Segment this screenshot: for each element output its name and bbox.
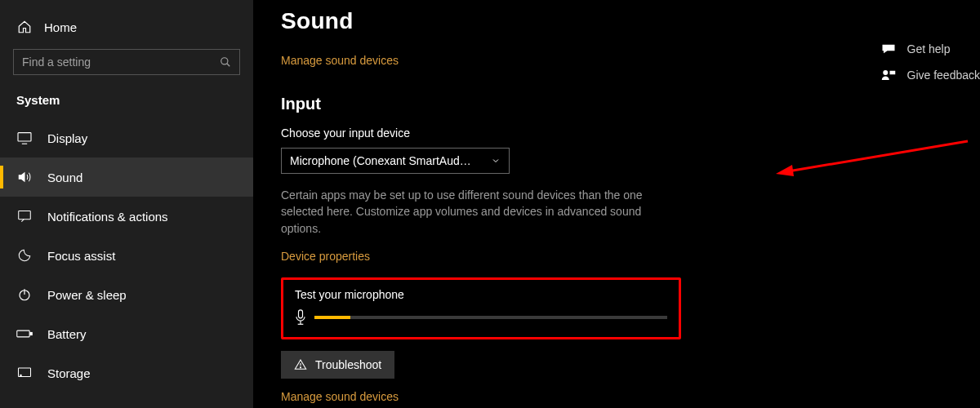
- sidebar-item-focus-assist[interactable]: Focus assist: [0, 236, 253, 275]
- device-properties-link[interactable]: Device properties: [281, 250, 980, 263]
- sidebar-item-label: Storage: [47, 366, 91, 380]
- home-icon: [16, 20, 33, 34]
- give-feedback-label: Give feedback: [907, 69, 981, 82]
- svg-point-0: [221, 58, 228, 64]
- sidebar-item-label: Display: [47, 131, 87, 145]
- sidebar-item-notifications[interactable]: Notifications & actions: [0, 197, 253, 236]
- troubleshoot-label: Troubleshoot: [315, 358, 381, 371]
- microphone-icon: [295, 309, 306, 326]
- choose-input-label: Choose your input device: [281, 126, 980, 140]
- search-placeholder: Find a setting: [22, 55, 220, 69]
- sidebar-section-label: System: [0, 90, 253, 118]
- microphone-level-bar: [314, 316, 667, 319]
- input-info-text: Certain apps may be set up to use differ…: [281, 187, 648, 237]
- svg-line-18: [788, 141, 968, 171]
- input-section-heading: Input: [281, 95, 980, 113]
- power-icon: [16, 287, 33, 302]
- svg-point-15: [300, 367, 301, 368]
- battery-icon: [16, 328, 33, 339]
- troubleshoot-button[interactable]: Troubleshoot: [281, 351, 394, 379]
- svg-rect-17: [889, 71, 895, 75]
- search-input[interactable]: Find a setting: [13, 49, 240, 75]
- sidebar-item-label: Focus assist: [47, 249, 115, 263]
- help-icon: [881, 43, 896, 55]
- give-feedback-link[interactable]: Give feedback: [881, 62, 981, 88]
- settings-sidebar: Home Find a setting System Display Sound…: [0, 0, 253, 408]
- manage-sound-devices-link[interactable]: Manage sound devices: [281, 54, 980, 67]
- test-microphone-label: Test your microphone: [295, 288, 667, 301]
- search-icon: [220, 56, 231, 68]
- dropdown-value: Microphone (Conexant SmartAud…: [290, 154, 471, 167]
- storage-icon: [16, 366, 33, 379]
- page-title: Sound: [281, 8, 980, 34]
- manage-sound-devices-link-2[interactable]: Manage sound devices: [281, 390, 980, 403]
- svg-rect-11: [299, 310, 303, 318]
- svg-rect-2: [18, 133, 31, 141]
- test-microphone-block: Test your microphone: [281, 277, 681, 339]
- display-icon: [16, 131, 33, 144]
- microphone-level-fill: [314, 316, 350, 319]
- svg-line-1: [227, 64, 230, 67]
- sidebar-item-label: Battery: [47, 327, 87, 341]
- sidebar-item-label: Power & sleep: [47, 288, 127, 302]
- notifications-icon: [16, 210, 33, 223]
- sound-icon: [16, 170, 33, 184]
- sidebar-item-battery[interactable]: Battery: [0, 314, 253, 353]
- get-help-link[interactable]: Get help: [881, 36, 981, 62]
- sidebar-item-storage[interactable]: Storage: [0, 353, 253, 392]
- get-help-label: Get help: [907, 42, 951, 55]
- warning-icon: [294, 358, 307, 371]
- annotation-arrow: [776, 137, 972, 178]
- sidebar-item-sound[interactable]: Sound: [0, 157, 253, 197]
- sidebar-home[interactable]: Home: [0, 15, 253, 46]
- help-panel: Get help Give feedback: [881, 36, 981, 88]
- input-device-dropdown[interactable]: Microphone (Conexant SmartAud…: [281, 148, 510, 174]
- chevron-down-icon: [491, 156, 501, 166]
- feedback-icon: [881, 69, 896, 82]
- svg-rect-8: [30, 332, 32, 335]
- sidebar-item-label: Notifications & actions: [47, 210, 168, 224]
- svg-point-16: [883, 70, 888, 75]
- svg-point-10: [20, 375, 22, 376]
- sidebar-item-display[interactable]: Display: [0, 118, 253, 157]
- svg-marker-19: [776, 165, 794, 176]
- sidebar-item-label: Sound: [47, 171, 82, 184]
- svg-rect-4: [19, 211, 31, 219]
- focus-assist-icon: [16, 248, 33, 263]
- sidebar-home-label: Home: [44, 20, 77, 34]
- main-content: Sound Manage sound devices Input Choose …: [253, 0, 980, 408]
- svg-rect-7: [17, 330, 29, 337]
- sidebar-item-power-sleep[interactable]: Power & sleep: [0, 275, 253, 314]
